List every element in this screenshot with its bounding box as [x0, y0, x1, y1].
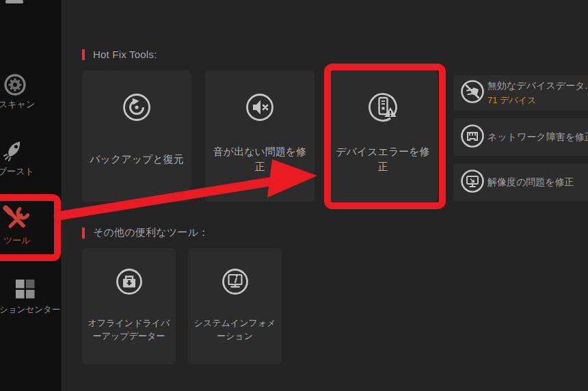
hamburger-menu-icon[interactable]: [5, 0, 23, 3]
disabled-device-icon: [459, 79, 485, 107]
ethernet-icon: [459, 123, 485, 152]
sidebar-item-scan-label: スキャン: [0, 98, 35, 111]
section-title-other-tools: その他の便利なツール：: [82, 226, 209, 239]
card-label: バックアップと復元: [86, 139, 187, 180]
card-label: デバイスエラーを修正: [332, 139, 433, 180]
section-accent-bar: [82, 49, 85, 60]
quickfix-fix-network[interactable]: ネットワーク障害を修正: [453, 118, 588, 156]
sidebar-item-scan[interactable]: スキャン: [0, 68, 62, 111]
card-backup-restore[interactable]: バックアップと復元: [82, 70, 191, 202]
sidebar-item-tools-label: ツール: [3, 234, 31, 247]
sidebar-item-action-center-label: ションセンター: [0, 304, 60, 316]
section-title-hot-fix-tools: Hot Fix Tools:: [82, 49, 157, 60]
section-title-text: その他の便利なツール：: [93, 226, 209, 239]
quickfix-label: 解像度の問題を修正: [487, 176, 574, 189]
card-label: システムインフォメーション: [191, 310, 278, 351]
card-offline-driver-updater[interactable]: オフラインドライバーアップデーター: [82, 248, 176, 364]
mute-speaker-icon: [242, 90, 278, 128]
quickfix-device-count-badge: 71 デバイス: [487, 94, 536, 107]
grid-icon: [15, 279, 36, 302]
sidebar-item-boost[interactable]: ブースト: [0, 137, 62, 179]
section-accent-bar: [82, 228, 85, 239]
section-title-text: Hot Fix Tools:: [93, 49, 157, 60]
card-label: オフラインドライバーアップデーター: [85, 310, 172, 351]
quickfix-label: 無効なデバイスデータ...: [487, 80, 588, 92]
card-system-information[interactable]: システムインフォメーション: [188, 248, 282, 364]
sidebar-item-tools[interactable]: ツール: [0, 202, 62, 247]
sidebar: スキャン ブースト: [0, 0, 62, 391]
card-label: 音が出ない問題を修正: [209, 139, 310, 180]
quickfix-fix-resolution[interactable]: 解像度の問題を修正: [453, 163, 588, 201]
tools-icon: [1, 204, 31, 237]
card-fix-device-errors[interactable]: デバイスエラーを修正: [328, 70, 438, 202]
quickfix-label: ネットワーク障害を修正: [487, 131, 588, 144]
quickfix-disabled-device-data[interactable]: 無効なデバイスデータ... 71 デバイス: [453, 75, 588, 111]
sidebar-item-action-center[interactable]: ションセンター: [0, 278, 62, 317]
restore-icon: [119, 90, 155, 128]
card-fix-no-sound[interactable]: 音が出ない問題を修正: [205, 70, 315, 202]
toolbox-download-icon: [112, 265, 146, 301]
system-info-icon: [218, 265, 252, 301]
rocket-icon: [0, 137, 27, 167]
device-error-icon: [364, 88, 402, 129]
sidebar-item-boost-label: ブースト: [0, 165, 34, 178]
scan-icon: [1, 71, 29, 101]
app-window: スキャン ブースト: [0, 0, 588, 391]
resolution-icon: [459, 168, 485, 197]
